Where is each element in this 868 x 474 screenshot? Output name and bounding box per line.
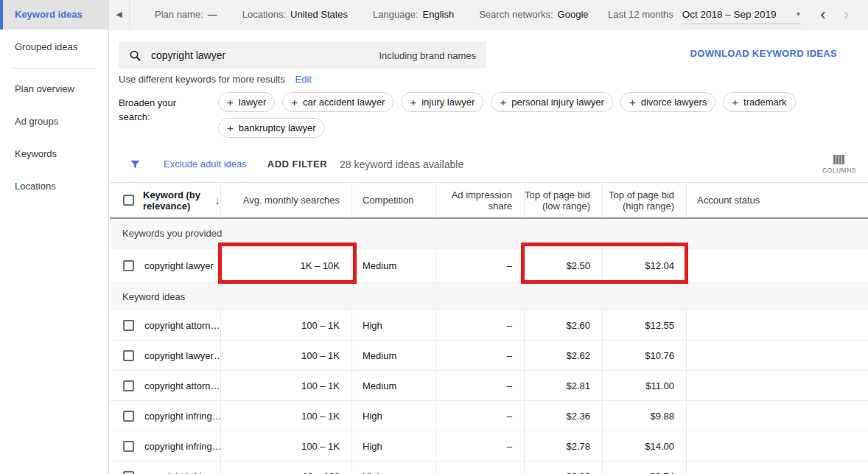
topbar: ◀ Plan name: — Locations: United States … (109, 0, 868, 29)
cell-value: $2.81 (566, 380, 590, 391)
ad-share-cell: – (436, 401, 525, 431)
section-title: Keyword ideas (122, 291, 185, 302)
row-checkbox[interactable] (123, 260, 134, 271)
select-all-checkbox[interactable] (123, 195, 134, 206)
table-row: copyright attorn…100 – 1KMedium–$2.81$11… (110, 371, 868, 401)
account-status-cell (687, 341, 868, 370)
networks-setting[interactable]: Search networks: Google (479, 9, 588, 20)
keyword-text: copyright lawyer… (144, 350, 221, 361)
cell-value: Medium (363, 260, 396, 271)
chip-label: bankruptcy lawyer (239, 122, 316, 133)
plus-icon: + (227, 122, 234, 134)
cell-value: $14.00 (645, 441, 674, 452)
download-keyword-ideas-button[interactable]: DOWNLOAD KEYWORD IDEAS (690, 48, 837, 59)
cell-value: – (507, 441, 512, 452)
search-query: copyright lawyer (151, 49, 379, 61)
table-row: copyright lawyer…100 – 1KMedium–$2.62$10… (110, 341, 868, 371)
row-checkbox[interactable] (123, 380, 134, 391)
table-row: copyright attorn…100 – 1KHigh–$2.60$12.5… (110, 310, 868, 341)
cell-value: 100 – 1K (301, 380, 340, 391)
sidebar-item-ad-groups[interactable]: Ad groups (0, 107, 108, 136)
locations-setting[interactable]: Locations: United States (242, 9, 348, 20)
sidebar-item-plan-overview[interactable]: Plan overview (0, 74, 108, 104)
language-setting[interactable]: Language: English (373, 9, 454, 20)
chip-label: lawyer (239, 97, 267, 108)
column-header-account: Account status (687, 183, 868, 217)
searches-cell: 100 – 1K (221, 341, 352, 370)
cell-value: $11.00 (645, 380, 674, 391)
plan-name-setting[interactable]: Plan name: — (155, 9, 217, 20)
plus-icon: + (500, 96, 506, 108)
competition-cell: High (352, 401, 436, 431)
sidebar-item-keywords[interactable]: Keywords (0, 139, 108, 169)
column-header-searches: Avg. monthly searches (221, 183, 352, 217)
ad-share-cell: – (436, 371, 525, 400)
columns-button[interactable]: COLUMNS (822, 155, 856, 174)
keyword-text: copyright infring… (144, 411, 221, 422)
cell-value: $12.55 (645, 320, 674, 331)
high-cell: $9.88 (603, 401, 687, 431)
columns-icon (833, 155, 844, 164)
next-period-button[interactable]: › (835, 7, 858, 22)
prev-period-button[interactable]: ‹ (811, 7, 834, 22)
broaden-chip-car-accident-lawyer[interactable]: +car accident lawyer (282, 92, 393, 112)
plus-icon: + (732, 96, 738, 108)
networks-value: Google (558, 9, 589, 20)
date-range-dropdown[interactable]: Oct 2018 – Sep 2019 ▼ (682, 5, 802, 24)
chip-label: trademark (743, 97, 787, 108)
column-header-label: Account status (697, 195, 760, 206)
account-status-cell (687, 401, 868, 431)
cell-value: $2.36 (566, 411, 590, 422)
plan-name-value: — (208, 9, 217, 20)
locations-label: Locations: (242, 9, 286, 20)
account-status-cell (687, 310, 868, 340)
cell-value: – (507, 350, 512, 361)
broaden-chip-personal-injury-lawyer[interactable]: +personal injury lawyer (491, 92, 613, 112)
ad-share-cell: – (436, 248, 525, 282)
sidebar-item-grouped-ideas[interactable]: Grouped ideas (0, 32, 108, 62)
column-header-ad-share: Ad impression share (436, 183, 525, 217)
filter-icon[interactable] (129, 158, 141, 170)
table-row: copyright lawyer1K – 10KMedium–$2.50$12.… (110, 248, 868, 283)
low-cell: $2.50 (525, 248, 603, 282)
cell-value: – (507, 320, 512, 331)
cell-value: – (507, 411, 512, 422)
row-checkbox[interactable] (123, 441, 134, 452)
keyword-cell: copyright attorn… (110, 371, 221, 400)
cell-value: $3.03 (566, 471, 590, 474)
networks-label: Search networks: (479, 9, 553, 20)
searches-cell: 100 – 1K (221, 310, 352, 340)
keyword-text: copyright infring… (144, 441, 221, 452)
row-checkbox[interactable] (123, 471, 134, 474)
add-filter-button[interactable]: ADD FILTER (267, 158, 327, 170)
filter-bar: Exclude adult ideas ADD FILTER 28 keywor… (110, 146, 868, 183)
searches-cell: 100 – 1K (221, 431, 352, 461)
keyword-text: copyright lawyer (144, 260, 214, 271)
high-cell: $11.00 (603, 371, 687, 400)
broaden-chip-lawyer[interactable]: +lawyer (218, 92, 275, 112)
edit-link[interactable]: Edit (295, 74, 312, 85)
account-status-cell (687, 431, 868, 461)
sidebar-item-keyword-ideas[interactable]: Keyword ideas (0, 0, 108, 29)
keyword-search-input[interactable]: copyright lawyer Including brand names (119, 42, 486, 69)
high-cell: $9.74 (603, 461, 687, 474)
high-cell: $14.00 (603, 431, 687, 461)
back-button[interactable]: ◀ (109, 0, 130, 29)
broaden-chip-divorce-lawyers[interactable]: +divorce lawyers (620, 92, 715, 112)
main-content: copyright lawyer Including brand names D… (110, 29, 868, 474)
column-header-keyword[interactable]: Keyword (by relevance)↓ (110, 183, 221, 217)
row-checkbox[interactable] (123, 411, 134, 422)
column-header-competition: Competition (352, 183, 436, 217)
cell-value: – (507, 471, 512, 474)
section-header-keyword-ideas: Keyword ideas (110, 283, 868, 310)
row-checkbox[interactable] (123, 350, 134, 361)
broaden-chip-trademark[interactable]: +trademark (723, 92, 795, 112)
sidebar-item-locations[interactable]: Locations (0, 172, 108, 201)
broaden-chip-bankruptcy-lawyer[interactable]: +bankruptcy lawyer (218, 118, 325, 138)
broaden-chip-injury-lawyer[interactable]: +injury lawyer (401, 92, 483, 112)
exclude-adult-ideas-link[interactable]: Exclude adult ideas (164, 158, 247, 170)
row-checkbox[interactable] (123, 320, 134, 331)
competition-cell: Medium (352, 341, 436, 370)
broaden-search-label: Broaden your search: (119, 96, 189, 124)
plus-icon: + (410, 96, 416, 108)
